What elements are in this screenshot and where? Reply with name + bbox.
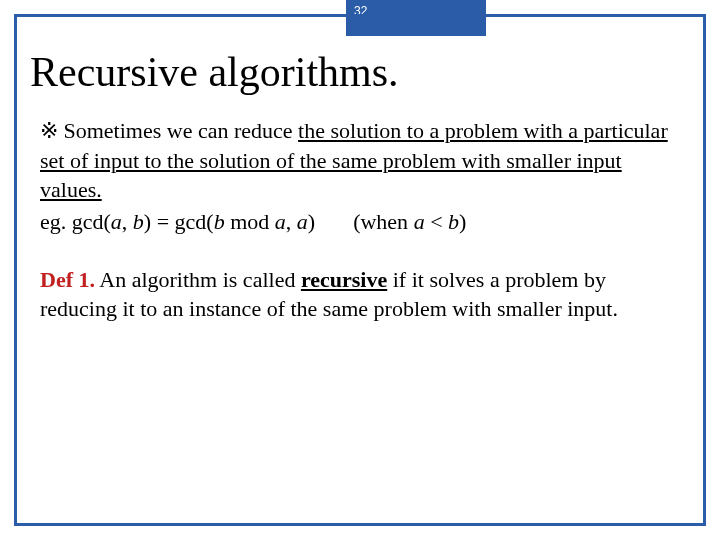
var-a: a (414, 209, 425, 234)
var-a: a (111, 209, 122, 234)
var-b: b (214, 209, 225, 234)
definition-label: Def 1. (40, 267, 95, 292)
eg-prefix: eg. gcd( (40, 209, 111, 234)
var-a: a (275, 209, 286, 234)
definition-paragraph: Def 1. An algorithm is called recursive … (40, 265, 680, 324)
slide-body: ※ Sometimes we can reduce the solution t… (40, 116, 680, 324)
comma: , (286, 209, 297, 234)
var-b: b (133, 209, 144, 234)
def-text-1: An algorithm is called (95, 267, 301, 292)
when-close: ) (459, 209, 466, 234)
var-a: a (297, 209, 308, 234)
close-paren: ) (308, 209, 315, 234)
intro-lead: Sometimes we can reduce (64, 118, 299, 143)
reference-mark: ※ (40, 118, 64, 143)
keyword-recursive: recursive (301, 267, 387, 292)
comma: , (122, 209, 133, 234)
example-line: eg. gcd(a, b) = gcd(b mod a, a)(when a <… (40, 207, 680, 237)
var-b: b (448, 209, 459, 234)
when-open: (when (353, 209, 413, 234)
lt-text: < (425, 209, 448, 234)
slide-title: Recursive algorithms. (30, 48, 399, 96)
intro-paragraph: ※ Sometimes we can reduce the solution t… (40, 116, 680, 237)
when-clause: (when a < b) (353, 207, 466, 237)
mod-text: mod (225, 209, 275, 234)
eq-mid: ) = gcd( (144, 209, 214, 234)
